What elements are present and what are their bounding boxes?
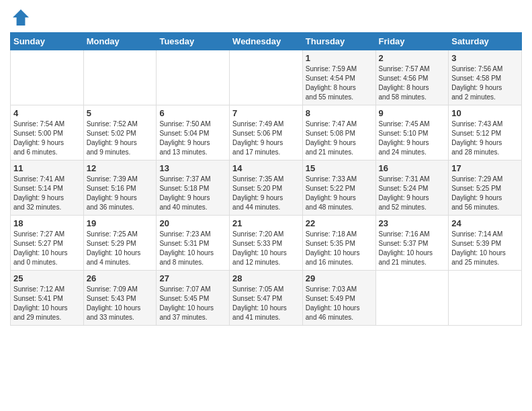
- calendar-cell: 9Sunrise: 7:45 AM Sunset: 5:10 PM Daylig…: [375, 105, 449, 161]
- day-info: Sunrise: 7:31 AM Sunset: 5:24 PM Dayligh…: [379, 175, 430, 211]
- calendar-cell: 14Sunrise: 7:35 AM Sunset: 5:20 PM Dayli…: [230, 161, 303, 216]
- day-number: 21: [232, 218, 300, 228]
- day-number: 15: [306, 163, 373, 173]
- day-info: Sunrise: 7:16 AM Sunset: 5:37 PM Dayligh…: [379, 230, 433, 266]
- day-info: Sunrise: 7:18 AM Sunset: 5:35 PM Dayligh…: [306, 230, 360, 266]
- calendar-cell: 24Sunrise: 7:14 AM Sunset: 5:39 PM Dayli…: [449, 216, 522, 271]
- day-number: 8: [306, 108, 373, 118]
- day-number: 26: [87, 273, 154, 283]
- calendar-cell: [449, 271, 522, 326]
- day-info: Sunrise: 7:09 AM Sunset: 5:43 PM Dayligh…: [87, 285, 141, 321]
- day-number: 4: [13, 108, 81, 118]
- day-number: 20: [159, 218, 226, 228]
- day-info: Sunrise: 7:35 AM Sunset: 5:20 PM Dayligh…: [232, 175, 283, 211]
- day-info: Sunrise: 7:12 AM Sunset: 5:41 PM Dayligh…: [13, 285, 68, 321]
- calendar-cell: 23Sunrise: 7:16 AM Sunset: 5:37 PM Dayli…: [375, 216, 449, 271]
- header-day-thursday: Thursday: [302, 33, 375, 50]
- calendar-cell: [11, 50, 84, 105]
- logo-icon: [10, 7, 32, 28]
- day-info: Sunrise: 7:41 AM Sunset: 5:14 PM Dayligh…: [13, 175, 64, 211]
- day-info: Sunrise: 7:47 AM Sunset: 5:08 PM Dayligh…: [306, 120, 357, 156]
- header-day-monday: Monday: [83, 33, 157, 50]
- day-info: Sunrise: 7:27 AM Sunset: 5:27 PM Dayligh…: [13, 230, 68, 266]
- day-number: 10: [451, 108, 519, 118]
- calendar-cell: 6Sunrise: 7:50 AM Sunset: 5:04 PM Daylig…: [157, 105, 230, 161]
- header-row: SundayMondayTuesdayWednesdayThursdayFrid…: [11, 33, 522, 50]
- day-info: Sunrise: 7:49 AM Sunset: 5:06 PM Dayligh…: [232, 120, 283, 156]
- calendar-cell: 18Sunrise: 7:27 AM Sunset: 5:27 PM Dayli…: [11, 216, 84, 271]
- day-info: Sunrise: 7:50 AM Sunset: 5:04 PM Dayligh…: [159, 120, 210, 156]
- calendar-body: 1Sunrise: 7:59 AM Sunset: 4:54 PM Daylig…: [11, 50, 522, 326]
- day-number: 29: [306, 273, 373, 283]
- day-info: Sunrise: 7:07 AM Sunset: 5:45 PM Dayligh…: [159, 285, 214, 321]
- calendar-cell: 27Sunrise: 7:07 AM Sunset: 5:45 PM Dayli…: [157, 271, 230, 326]
- day-number: 1: [306, 53, 373, 63]
- calendar-cell: 26Sunrise: 7:09 AM Sunset: 5:43 PM Dayli…: [83, 271, 157, 326]
- day-number: 22: [306, 218, 373, 228]
- calendar-cell: 2Sunrise: 7:57 AM Sunset: 4:56 PM Daylig…: [375, 50, 449, 105]
- day-number: 17: [451, 163, 519, 173]
- calendar-cell: 13Sunrise: 7:37 AM Sunset: 5:18 PM Dayli…: [157, 161, 230, 216]
- day-info: Sunrise: 7:52 AM Sunset: 5:02 PM Dayligh…: [87, 120, 138, 156]
- calendar-cell: 20Sunrise: 7:23 AM Sunset: 5:31 PM Dayli…: [157, 216, 230, 271]
- day-info: Sunrise: 7:03 AM Sunset: 5:49 PM Dayligh…: [306, 285, 360, 321]
- calendar-cell: [230, 50, 303, 105]
- day-info: Sunrise: 7:14 AM Sunset: 5:39 PM Dayligh…: [451, 230, 506, 266]
- day-info: Sunrise: 7:20 AM Sunset: 5:33 PM Dayligh…: [232, 230, 287, 266]
- day-number: 11: [13, 163, 81, 173]
- calendar-cell: 25Sunrise: 7:12 AM Sunset: 5:41 PM Dayli…: [11, 271, 84, 326]
- day-number: 2: [379, 53, 446, 63]
- day-info: Sunrise: 7:05 AM Sunset: 5:47 PM Dayligh…: [232, 285, 287, 321]
- calendar-cell: 28Sunrise: 7:05 AM Sunset: 5:47 PM Dayli…: [230, 271, 303, 326]
- calendar-cell: 22Sunrise: 7:18 AM Sunset: 5:35 PM Dayli…: [302, 216, 375, 271]
- day-number: 28: [232, 273, 300, 283]
- calendar-cell: [83, 50, 157, 105]
- day-number: 27: [159, 273, 226, 283]
- day-number: 12: [87, 163, 154, 173]
- day-info: Sunrise: 7:33 AM Sunset: 5:22 PM Dayligh…: [306, 175, 357, 211]
- calendar-cell: 4Sunrise: 7:54 AM Sunset: 5:00 PM Daylig…: [11, 105, 84, 161]
- calendar-cell: 19Sunrise: 7:25 AM Sunset: 5:29 PM Dayli…: [83, 216, 157, 271]
- calendar-week-1: 1Sunrise: 7:59 AM Sunset: 4:54 PM Daylig…: [11, 50, 522, 105]
- calendar-cell: 8Sunrise: 7:47 AM Sunset: 5:08 PM Daylig…: [302, 105, 375, 161]
- calendar-cell: 17Sunrise: 7:29 AM Sunset: 5:25 PM Dayli…: [449, 161, 522, 216]
- day-number: 23: [379, 218, 446, 228]
- calendar-cell: 16Sunrise: 7:31 AM Sunset: 5:24 PM Dayli…: [375, 161, 449, 216]
- calendar-cell: 10Sunrise: 7:43 AM Sunset: 5:12 PM Dayli…: [449, 105, 522, 161]
- calendar-cell: 3Sunrise: 7:56 AM Sunset: 4:58 PM Daylig…: [449, 50, 522, 105]
- day-info: Sunrise: 7:25 AM Sunset: 5:29 PM Dayligh…: [87, 230, 141, 266]
- calendar-cell: 21Sunrise: 7:20 AM Sunset: 5:33 PM Dayli…: [230, 216, 303, 271]
- calendar-week-2: 4Sunrise: 7:54 AM Sunset: 5:00 PM Daylig…: [11, 105, 522, 161]
- day-info: Sunrise: 7:43 AM Sunset: 5:12 PM Dayligh…: [451, 120, 502, 156]
- day-info: Sunrise: 7:37 AM Sunset: 5:18 PM Dayligh…: [159, 175, 210, 211]
- day-number: 14: [232, 163, 300, 173]
- calendar-table: SundayMondayTuesdayWednesdayThursdayFrid…: [10, 32, 522, 326]
- day-info: Sunrise: 7:59 AM Sunset: 4:54 PM Dayligh…: [306, 65, 357, 101]
- calendar-cell: 11Sunrise: 7:41 AM Sunset: 5:14 PM Dayli…: [11, 161, 84, 216]
- calendar-cell: 7Sunrise: 7:49 AM Sunset: 5:06 PM Daylig…: [230, 105, 303, 161]
- calendar-cell: [157, 50, 230, 105]
- calendar-cell: [375, 271, 449, 326]
- header-day-saturday: Saturday: [449, 33, 522, 50]
- calendar-cell: 12Sunrise: 7:39 AM Sunset: 5:16 PM Dayli…: [83, 161, 157, 216]
- day-info: Sunrise: 7:39 AM Sunset: 5:16 PM Dayligh…: [87, 175, 138, 211]
- day-number: 6: [159, 108, 226, 118]
- day-info: Sunrise: 7:57 AM Sunset: 4:56 PM Dayligh…: [379, 65, 430, 101]
- logo: [10, 7, 34, 28]
- calendar-cell: 29Sunrise: 7:03 AM Sunset: 5:49 PM Dayli…: [302, 271, 375, 326]
- day-number: 9: [379, 108, 446, 118]
- header-day-sunday: Sunday: [11, 33, 84, 50]
- header-day-friday: Friday: [375, 33, 449, 50]
- day-number: 18: [13, 218, 81, 228]
- day-number: 16: [379, 163, 446, 173]
- day-info: Sunrise: 7:45 AM Sunset: 5:10 PM Dayligh…: [379, 120, 430, 156]
- page-container: SundayMondayTuesdayWednesdayThursdayFrid…: [0, 0, 532, 329]
- day-info: Sunrise: 7:29 AM Sunset: 5:25 PM Dayligh…: [451, 175, 502, 211]
- day-number: 7: [232, 108, 300, 118]
- calendar-week-4: 18Sunrise: 7:27 AM Sunset: 5:27 PM Dayli…: [11, 216, 522, 271]
- svg-marker-0: [13, 9, 29, 26]
- day-number: 19: [87, 218, 154, 228]
- header: [10, 7, 522, 28]
- day-info: Sunrise: 7:56 AM Sunset: 4:58 PM Dayligh…: [451, 65, 502, 101]
- calendar-header: SundayMondayTuesdayWednesdayThursdayFrid…: [11, 33, 522, 50]
